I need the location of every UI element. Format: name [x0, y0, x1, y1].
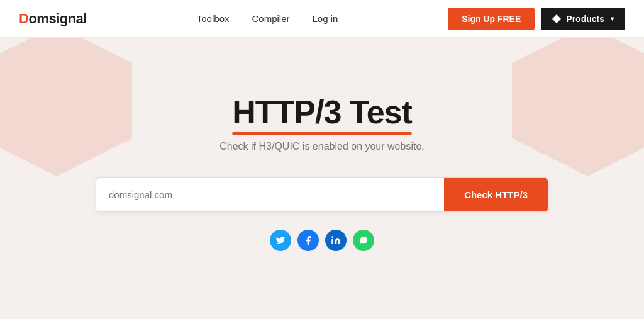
title-part2: Test [350, 94, 412, 130]
hex-shape-left [0, 38, 132, 176]
linkedin-icon [331, 235, 341, 245]
social-twitter-button[interactable] [270, 230, 291, 251]
signup-button[interactable]: Sign Up FREE [448, 8, 535, 30]
products-label: Products [566, 14, 604, 24]
nav-item-login[interactable]: Log in [313, 13, 338, 25]
products-button[interactable]: Products ▾ [541, 8, 625, 30]
url-input[interactable] [96, 178, 444, 211]
social-row [270, 230, 374, 251]
navbar: Domsignal Toolbox Compiler Log in Sign U… [0, 0, 644, 38]
svg-marker-0 [552, 14, 561, 23]
logo-d: D [19, 11, 28, 27]
social-facebook-button[interactable] [297, 230, 319, 251]
twitter-icon [275, 235, 286, 245]
svg-point-1 [331, 236, 333, 238]
social-linkedin-button[interactable] [325, 230, 347, 251]
hex-right-decoration [512, 38, 644, 176]
hero-title-underlined: HTTP/3 Test [232, 93, 412, 131]
logo[interactable]: Domsignal [19, 11, 87, 27]
diamond-icon [552, 14, 561, 23]
check-button[interactable]: Check HTTP/3 [444, 178, 548, 211]
url-input-row: Check HTTP/3 [96, 177, 548, 212]
hero-section: HTTP/3 Test Check if H3/QUIC is enabled … [0, 38, 644, 319]
title-part1: HTTP/3 [232, 94, 341, 130]
nav-links: Toolbox Compiler Log in [197, 13, 338, 25]
logo-rest: omsignal [28, 11, 87, 27]
facebook-icon [303, 235, 313, 245]
nav-link-login[interactable]: Log in [313, 13, 338, 24]
nav-link-toolbox[interactable]: Toolbox [197, 13, 230, 24]
nav-item-compiler[interactable]: Compiler [252, 13, 289, 25]
nav-actions: Sign Up FREE Products ▾ [448, 8, 625, 30]
social-whatsapp-button[interactable] [353, 230, 374, 251]
nav-item-toolbox[interactable]: Toolbox [197, 13, 230, 25]
hero-title: HTTP/3 Test [232, 93, 412, 131]
nav-link-compiler[interactable]: Compiler [252, 13, 289, 24]
hex-left-decoration [0, 38, 132, 176]
hero-subtitle: Check if H3/QUIC is enabled on your webs… [219, 141, 424, 152]
chevron-down-icon: ▾ [611, 15, 614, 22]
hex-shape-right [512, 38, 644, 176]
whatsapp-icon [358, 235, 369, 245]
